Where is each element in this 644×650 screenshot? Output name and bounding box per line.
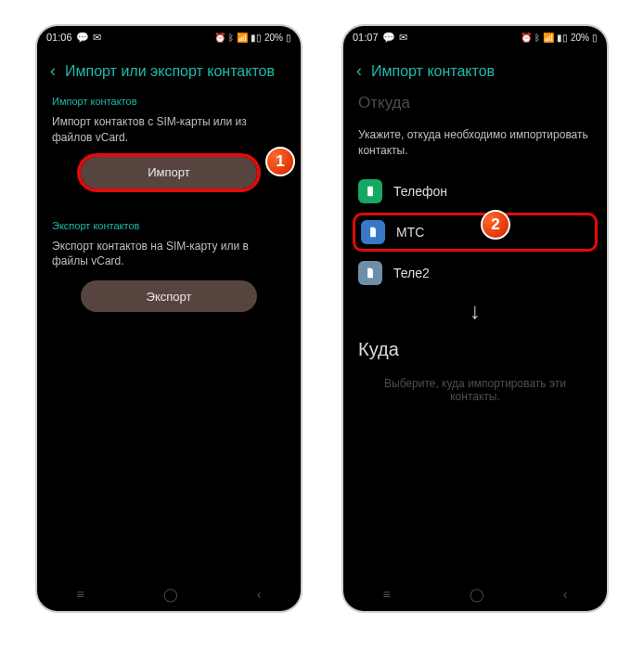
nav-recent-icon[interactable]: ≡ [383, 587, 391, 602]
section-import-label: Импорт контактов [37, 90, 301, 114]
export-desc: Экспорт контактов на SIM-карту или в фай… [37, 239, 301, 281]
option-phone[interactable]: Телефон [343, 172, 607, 211]
import-desc: Импорт контактов с SIM-карты или из файл… [37, 114, 301, 157]
page-title: Импорт или экспорт контактов [65, 63, 275, 80]
signal-icon: ▮▯ [557, 32, 568, 43]
nav-home-icon[interactable]: ◯ [470, 587, 484, 602]
appbar: ‹ Импорт или экспорт контактов [37, 48, 301, 90]
bt-icon: ᛒ [228, 32, 234, 43]
nav-back-icon[interactable]: ‹ [257, 587, 262, 602]
wifi-icon: 📶 [543, 32, 554, 43]
svg-rect-0 [367, 186, 373, 196]
battery-icon: ▯ [286, 32, 291, 43]
appbar: ‹ Импорт контактов [343, 48, 607, 90]
back-icon[interactable]: ‹ [356, 61, 362, 81]
chat-icon: 💬 [76, 32, 89, 44]
option-tele2[interactable]: Теле2 [343, 254, 607, 292]
status-time: 01:06 [46, 32, 72, 43]
to-label: Куда [343, 332, 607, 364]
battery-icon: ▯ [592, 32, 598, 43]
phone-right: 01:07 💬 ✉ ⏰ ᛒ 📶 ▮▯ 20% ▯ ‹ Импорт контак… [343, 26, 607, 611]
step-badge-2: 2 [481, 210, 510, 240]
option-label: МТС [396, 225, 424, 240]
chat-icon: 💬 [382, 32, 395, 44]
nav-home-icon[interactable]: ◯ [163, 587, 178, 602]
from-label: Откуда [343, 90, 607, 118]
bt-icon: ᛒ [535, 32, 540, 43]
alarm-icon: ⏰ [214, 32, 225, 43]
status-time: 01:07 [353, 32, 379, 43]
to-hint: Выберите, куда импортировать эти контакт… [343, 364, 607, 416]
export-button[interactable]: Экспорт [81, 280, 257, 312]
nav-back-icon[interactable]: ‹ [563, 587, 568, 602]
phone-left: 01:06 💬 ✉ ⏰ ᛒ 📶 ▮▯ 20% ▯ ‹ Импорт или эк… [37, 26, 301, 611]
battery-text: 20% [571, 32, 589, 43]
step-badge-1: 1 [265, 147, 295, 176]
nav-recent-icon[interactable]: ≡ [77, 587, 84, 602]
battery-text: 20% [264, 32, 283, 43]
arrow-down-icon: ↓ [343, 292, 607, 332]
page-title: Импорт контактов [371, 63, 495, 80]
option-mts[interactable]: МТС [353, 213, 598, 252]
statusbar: 01:06 💬 ✉ ⏰ ᛒ 📶 ▮▯ 20% ▯ [37, 26, 301, 48]
sim-icon [358, 261, 382, 285]
phone-icon [358, 179, 382, 203]
signal-icon: ▮▯ [251, 32, 262, 43]
option-label: Теле2 [393, 266, 430, 280]
import-button[interactable]: Импорт [81, 157, 257, 188]
statusbar: 01:07 💬 ✉ ⏰ ᛒ 📶 ▮▯ 20% ▯ [343, 26, 607, 48]
navbar: ≡ ◯ ‹ [37, 578, 301, 611]
section-export-label: Экспорт контактов [37, 214, 301, 239]
wifi-icon: 📶 [237, 32, 248, 43]
from-info: Укажите, откуда необходимо импортировать… [343, 118, 607, 172]
mail-icon: ✉ [399, 32, 407, 44]
sim-icon [361, 220, 385, 244]
navbar: ≡ ◯ ‹ [343, 578, 607, 611]
option-label: Телефон [393, 184, 447, 199]
alarm-icon: ⏰ [521, 32, 532, 43]
mail-icon: ✉ [93, 32, 101, 44]
back-icon[interactable]: ‹ [50, 61, 56, 81]
